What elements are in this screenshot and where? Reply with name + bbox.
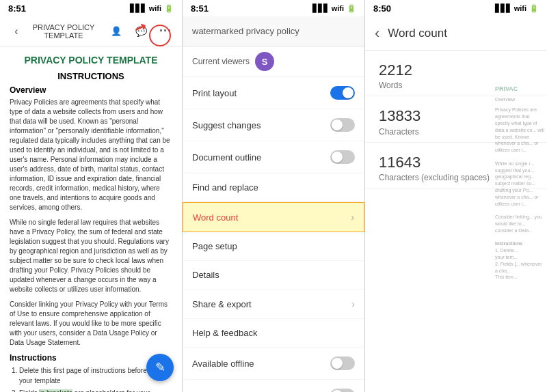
menu-header: watermarked privacy policy [183,16,364,46]
menu-label-find-replace: Find and replace [192,182,258,193]
menu-label-details: Details [192,270,219,280]
menu-label-print-layout: Print layout [192,88,237,98]
signal-icon: ▋▋▋ [130,4,146,13]
doc-body-3: Consider linking your Privacy Policy wit… [10,300,172,348]
status-time-1: 8:51 [8,3,26,14]
chevron-right-word-count: › [351,212,354,223]
wifi-icon-3: wifi [514,4,526,12]
menu-item-find-replace[interactable]: Find and replace [183,173,364,202]
battery-icon: 🔋 [164,4,174,13]
menu-item-help[interactable]: Help & feedback [183,319,364,348]
menu-item-details[interactable]: Details [183,261,364,290]
doc-content-1: PRIVACY POLICY TEMPLATE INSTRUCTIONS Ove… [0,46,182,392]
signal-icon-3: ▋▋▋ [495,4,511,13]
char-nospace-label: Characters (excluding spaces) [379,173,533,182]
doc-section-title: INSTRUCTIONS [10,71,172,81]
status-icons-1: ▋▋▋ wifi 🔋 [130,4,174,13]
viewer-initial: S [262,57,268,67]
menu-item-doc-outline[interactable]: Document outline [183,141,364,173]
char-count-number: 13833 [379,107,533,125]
menu-label-suggest-changes: Suggest changes [192,120,261,130]
menu-label-page-setup: Page setup [192,241,237,251]
back-button-1[interactable]: ‹ [5,20,27,42]
menu-item-available-offline[interactable]: Available offline [183,348,364,380]
battery-icon-2: 🔋 [347,4,356,13]
char-nospace-count-group: 11643 Characters (excluding spaces) [365,143,547,188]
panel-menu: 8:51 ▋▋▋ wifi 🔋 watermarked privacy poli… [183,0,365,392]
toggle-print-layout[interactable] [330,86,355,100]
status-bar-1: 8:51 ▋▋▋ wifi 🔋 [0,0,182,16]
signal-icon-2: ▋▋▋ [312,4,329,13]
toggle-available-offline[interactable] [330,356,355,370]
menu-item-print-layout[interactable]: Print layout [183,77,364,109]
viewers-row: Current viewers S [183,46,364,77]
doc-name-1: PRIVACY POLICY TEMPLATE [30,23,97,40]
viewers-label: Current viewers [192,57,250,66]
edit-fab[interactable]: ✎ [146,354,174,381]
menu-label-share-export: Share & export [192,299,252,309]
menu-label-doc-outline: Document outline [192,152,261,163]
panel-document: 8:51 ▋▋▋ wifi 🔋 ‹ PRIVACY POLICY TEMPLAT… [0,0,183,392]
menu-item-share-export[interactable]: Share & export › [183,290,364,319]
overview-heading: Overview [10,85,172,95]
word-count-words-group: 2212 Words [365,51,547,96]
status-icons-2: ▋▋▋ wifi 🔋 [312,4,356,13]
menu-item-word-count[interactable]: Word count › [183,202,364,232]
menu-item-suggest-changes[interactable]: Suggest changes [183,109,364,141]
viewer-avatar: S [255,52,274,71]
menu-label-word-count: Word count [193,212,238,223]
doc-body-1: Privacy Policies are agreements that spe… [10,98,172,212]
chevron-right-share: › [351,298,355,309]
char-count-group: 13833 Characters [365,96,547,142]
more-options-button[interactable]: ··· [155,20,176,42]
word-count-title: Word count [388,27,447,40]
status-time-2: 8:51 [191,3,209,14]
word-count-header: ‹ Word count [365,16,547,51]
status-icons-3: ▋▋▋ wifi 🔋 [495,4,539,13]
add-person-button[interactable]: 👤 [105,20,127,42]
panel-word-count: 8:50 ▋▋▋ wifi 🔋 ‹ Word count 2212 Words … [365,0,547,392]
doc-main-title: PRIVACY POLICY TEMPLATE [10,55,172,66]
char-nospace-number: 11643 [379,154,533,171]
menu-item-star-file[interactable]: Star file [183,380,364,392]
word-count-number: 2212 [379,61,533,79]
highlight-brackets: in brackets [39,389,72,392]
menu-doc-title: watermarked privacy policy [192,26,299,36]
wifi-icon-2: wifi [332,4,344,12]
list-item-2: Fields in brackets are placeholders for … [19,388,172,392]
battery-icon-3: 🔋 [529,4,539,13]
word-count-label: Words [379,81,533,90]
toolbar-1: ‹ PRIVACY POLICY TEMPLATE 👤 💬 ··· [0,16,182,46]
wifi-icon: wifi [149,4,161,12]
status-bar-2: 8:51 ▋▋▋ wifi 🔋 [183,0,364,16]
status-bar-3: 8:50 ▋▋▋ wifi 🔋 [365,0,547,16]
pencil-icon: ✎ [155,360,165,375]
toggle-suggest-changes[interactable] [330,118,355,132]
menu-label-help: Help & feedback [192,328,257,338]
menu-label-available-offline: Available offline [192,359,254,369]
doc-body-2: While no single federal law requires tha… [10,218,172,294]
toggle-doc-outline[interactable] [330,150,355,164]
char-count-label: Characters [379,127,533,137]
status-time-3: 8:50 [373,3,391,14]
back-button-3[interactable]: ‹ [375,25,379,42]
menu-item-page-setup[interactable]: Page setup [183,232,364,261]
toggle-star-file[interactable] [330,389,355,392]
